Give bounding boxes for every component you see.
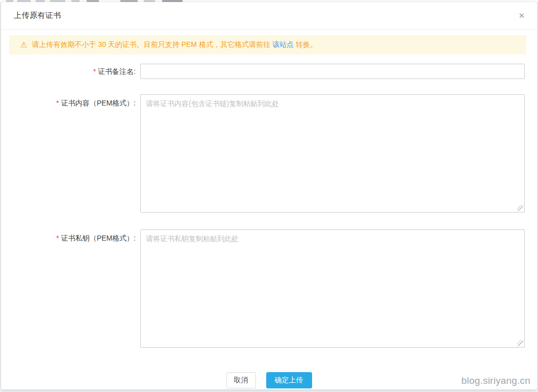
form-row-cert-content: *证书内容（PEM格式）: <box>1 94 537 213</box>
warning-text-suffix: 转换。 <box>296 40 317 49</box>
warning-banner: ⚠ 请上传有效期不小于 30 天的证书。目前只支持 PEM 格式，其它格式请前往… <box>9 35 526 55</box>
upload-certificate-dialog: 上传原有证书 ✕ ⚠ 请上传有效期不小于 30 天的证书。目前只支持 PEM 格… <box>1 2 537 389</box>
close-icon[interactable]: ✕ <box>517 11 527 21</box>
cert-name-label: *证书备注名: <box>1 64 140 79</box>
warning-text: 请上传有效期不小于 30 天的证书。目前只支持 PEM 格式，其它格式请前往 <box>32 40 270 49</box>
certificate-form: *证书备注名: *证书内容（PEM格式）: *证书私钥（PEM格式）: <box>1 64 537 348</box>
resize-grip-icon[interactable] <box>517 340 523 346</box>
dialog-footer: 取消 确定上传 <box>1 372 537 388</box>
cert-name-input[interactable] <box>140 64 525 79</box>
cancel-button[interactable]: 取消 <box>226 372 256 388</box>
dialog-header: 上传原有证书 ✕ <box>1 2 537 30</box>
confirm-upload-button[interactable]: 确定上传 <box>266 372 312 388</box>
form-row-cert-key: *证书私钥（PEM格式）: <box>1 229 537 348</box>
required-marker: * <box>93 67 96 75</box>
cert-key-textarea-wrap <box>140 229 525 348</box>
dialog-title: 上传原有证书 <box>14 11 61 20</box>
required-marker: * <box>56 234 59 242</box>
form-row-cert-name: *证书备注名: <box>1 64 537 79</box>
convert-site-link[interactable]: 该站点 <box>272 40 294 49</box>
cert-content-label: *证书内容（PEM格式）: <box>1 94 140 213</box>
cert-key-label: *证书私钥（PEM格式）: <box>1 229 140 348</box>
cert-content-textarea[interactable] <box>140 94 525 213</box>
resize-grip-icon[interactable] <box>517 205 523 211</box>
warning-icon: ⚠ <box>20 40 27 49</box>
required-marker: * <box>56 99 59 107</box>
cert-key-textarea[interactable] <box>140 229 525 348</box>
cert-content-textarea-wrap <box>140 94 525 213</box>
watermark: blog.siriyang.cn <box>462 375 530 386</box>
